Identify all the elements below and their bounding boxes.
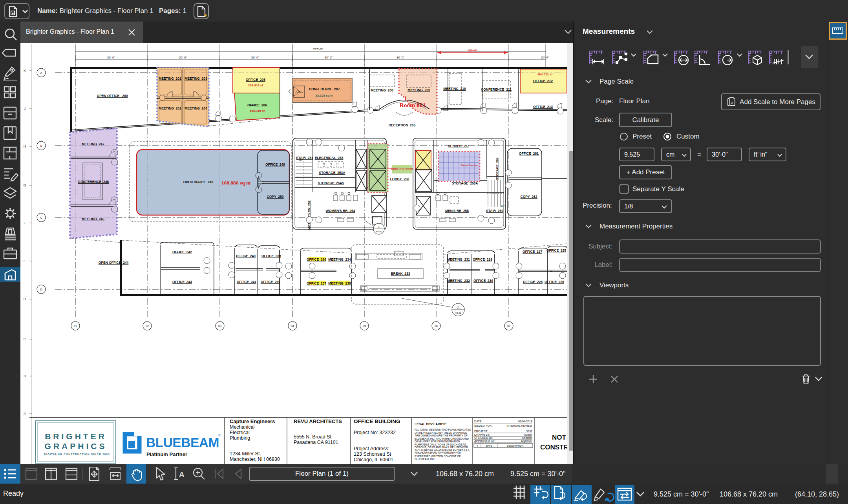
svg-text:OFFICE 261: OFFICE 261 (519, 152, 539, 155)
svg-text:OFFICE 205: OFFICE 205 (246, 78, 265, 82)
svg-text:04: 04 (291, 325, 294, 327)
svg-text:OFFICE 225: OFFICE 225 (546, 248, 566, 252)
svg-text:STORAGE 254A: STORAGE 254A (318, 181, 344, 185)
svg-text:A6.01: A6.01 (455, 312, 461, 314)
svg-text:07: 07 (507, 325, 510, 327)
svg-text:DEMONSTRATION SET WITHOUT THE: DEMONSTRATION SET WITHOUT THE (415, 452, 462, 455)
svg-text:CONFERENCE 207: CONFERENCE 207 (309, 87, 340, 91)
svg-text:MEETING 202: MEETING 202 (159, 106, 181, 110)
svg-text:30'-0": 30'-0" (107, 56, 115, 59)
svg-text:DEVELOPED FOR DEMONSTRATION: DEVELOPED FOR DEMONSTRATION (415, 440, 460, 443)
svg-text:COPY 250: COPY 250 (267, 195, 284, 199)
svg-text:COPY 262: COPY 262 (521, 195, 537, 199)
svg-text:1: 1 (378, 225, 380, 228)
svg-text:STAIR 259: STAIR 259 (486, 209, 503, 213)
svg-text:OFFICE 238: OFFICE 238 (261, 254, 281, 258)
svg-text:(64.10, 28.65): (64.10, 28.65) (795, 490, 839, 498)
svg-text:MEETING 231: MEETING 231 (447, 257, 470, 261)
svg-text:193.615 sf: 193.615 sf (250, 109, 265, 113)
svg-text:A: A (179, 470, 185, 478)
svg-text:01: 01 (457, 306, 460, 309)
svg-text:30'-0": 30'-0" (541, 56, 549, 59)
svg-text:F: F (24, 221, 26, 225)
svg-text:D: D (40, 288, 42, 291)
svg-text:K: K (24, 69, 26, 73)
svg-text:ANY PURPOSE WHATSOEVER EXCEPT: ANY PURPOSE WHATSOEVER EXCEPT AS A (415, 449, 470, 452)
svg-text:Split into three: Split into three (391, 167, 413, 170)
svg-text:MergeChambers: MergeChambers (461, 164, 479, 166)
svg-text:RECEPTION 255: RECEPTION 255 (389, 123, 416, 127)
svg-text:OFFICE 241: OFFICE 241 (237, 280, 256, 284)
svg-text:A: A (40, 71, 42, 74)
svg-text:J: J (24, 107, 26, 111)
svg-text:MEETING 208: MEETING 208 (371, 88, 393, 92)
svg-text:DESIGNS, OR PLANS SHALL BE USE: DESIGNS, OR PLANS SHALL BE USED FOR (415, 446, 468, 449)
svg-text:MEETING 204: MEETING 204 (185, 106, 207, 110)
svg-text:H: H (24, 144, 26, 148)
svg-text:5555 N. Broad St: 5555 N. Broad St (294, 434, 331, 440)
svg-text:3232: 3232 (526, 429, 532, 433)
svg-text:30'-0": 30'-0" (325, 56, 333, 59)
svg-text:Project Address:: Project Address: (354, 446, 389, 451)
svg-text:160.886 sq m: 160.886 sq m (221, 180, 251, 186)
svg-text:OFFICE 212: OFFICE 212 (533, 79, 553, 83)
svg-text:Project No: 323232: Project No: 323232 (354, 430, 396, 435)
svg-text:03: 03 (218, 325, 221, 327)
svg-text:OFFICE 242: OFFICE 242 (172, 250, 192, 254)
svg-text:WOMEN'S RR 254: WOMEN'S RR 254 (326, 209, 355, 213)
svg-text:9.525 cm = 30'-0": 9.525 cm = 30'-0" (654, 490, 709, 498)
svg-text:OFFICE 243: OFFICE 243 (172, 280, 192, 284)
svg-text:REVU ARCHITECTS: REVU ARCHITECTS (294, 418, 342, 424)
svg-text:OFFICE 239: OFFICE 239 (261, 280, 280, 284)
svg-text:DIGITISING CONSTRUCTION SINCE: DIGITISING CONSTRUCTION SINCE 2003 (44, 453, 110, 456)
svg-text:OFFICE 237: OFFICE 237 (307, 281, 326, 285)
svg-text:STORAGE 258A: STORAGE 258A (452, 181, 478, 185)
svg-text:ALL IDEAS, DESIGNS, AND PLANS: ALL IDEAS, DESIGNS, AND PLANS INDICATED (415, 428, 471, 431)
svg-text:OFFICE 240: OFFICE 240 (236, 254, 256, 258)
svg-text:30'-0": 30'-0" (397, 56, 405, 59)
svg-text:204.512 sf: 204.512 sf (537, 73, 553, 76)
svg-text:B: B (24, 374, 26, 378)
svg-text:23.152 sq m: 23.152 sq m (315, 94, 333, 97)
svg-text:PROJECT: PROJECT (474, 429, 488, 433)
svg-text:MEETING 245: MEETING 245 (82, 217, 104, 221)
svg-text:STAIR 251: STAIR 251 (296, 156, 313, 160)
svg-text:Mechanical: Mechanical (230, 424, 254, 430)
svg-text:02: 02 (146, 325, 149, 327)
svg-text:UP: UP (501, 205, 504, 207)
svg-text:ELECTRICAL 253: ELECTRICAL 253 (315, 156, 344, 160)
svg-text:MEETING 232: MEETING 232 (447, 279, 470, 283)
svg-text:1234 Miller St.: 1234 Miller St. (230, 451, 261, 457)
svg-text:Chicago, IL 60601: Chicago, IL 60601 (354, 457, 393, 462)
svg-text:A6.02: A6.02 (376, 230, 382, 233)
svg-text:BRIGHTER: BRIGHTER (45, 432, 107, 441)
svg-text:Plumbing: Plumbing (230, 435, 250, 441)
svg-text:#: # (477, 444, 478, 447)
svg-text:OFFICE 227: OFFICE 227 (523, 250, 542, 254)
svg-text:OFFICE 213: OFFICE 213 (533, 105, 553, 109)
svg-text:D: D (24, 297, 26, 301)
svg-text:ISSUED FOR:: ISSUED FOR: (474, 424, 492, 427)
svg-text:C: C (40, 216, 42, 219)
svg-text:Platinum Partner: Platinum Partner (146, 451, 187, 457)
svg-text:E: E (24, 259, 26, 263)
svg-text:OPEN OFFICE 244: OPEN OFFICE 244 (99, 261, 129, 265)
svg-text:Electrical: Electrical (230, 430, 250, 435)
svg-text:MEETING 210: MEETING 210 (443, 87, 466, 91)
svg-text:DATE: DATE (474, 420, 482, 423)
svg-text:MEETING 203: MEETING 203 (185, 77, 207, 80)
svg-text:NOT: NOT (552, 434, 567, 441)
svg-text:STORAGE 260: STORAGE 260 (495, 157, 499, 180)
svg-text:G: G (23, 183, 26, 187)
svg-text:01: 01 (74, 325, 77, 327)
svg-text:OPEN OFFICE 200: OPEN OFFICE 200 (97, 94, 128, 98)
svg-text:BREAK 233: BREAK 233 (391, 272, 410, 276)
svg-text:SERVER 257: SERVER 257 (448, 144, 469, 148)
svg-text:OFFICE 236: OFFICE 236 (307, 257, 326, 261)
svg-text:CONFERENCE 246: CONFERENCE 246 (78, 180, 109, 184)
svg-text:EXPRESSED WRITTEN CONCENT OF: EXPRESSED WRITTEN CONCENT OF (415, 455, 461, 458)
svg-text:INTERNAL REVIEW: INTERNAL REVIEW (506, 424, 532, 427)
svg-text:A7.01: A7.01 (296, 90, 303, 93)
svg-text:LOBBY 256: LOBBY 256 (390, 177, 409, 181)
svg-text:OPEN OFFICE 248: OPEN OFFICE 248 (183, 180, 214, 184)
